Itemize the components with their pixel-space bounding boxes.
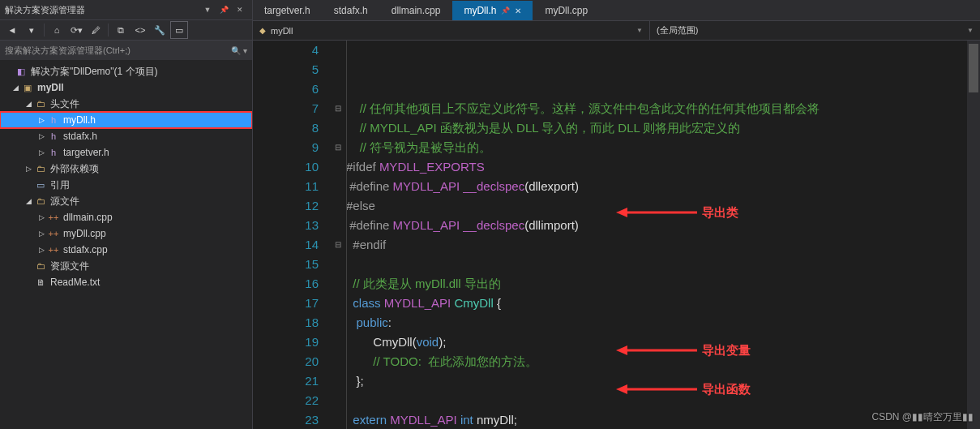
pin-icon[interactable]: 📌 [216,2,231,17]
cpp-file-icon: ++ [47,243,60,256]
solution-explorer: 解决方案资源管理器 ▼ 📌 ✕ ◄ ▾ ⌂ ⟳▾ 🖉 ⧉ <> 🔧 ▭ 搜索解决… [0,0,253,429]
h-file-icon: h [47,130,60,143]
folder-resources[interactable]: ▷🗀 资源文件 [0,258,252,274]
nav-bar: ◆ myDll ▼ (全局范围) ▼ [253,21,980,41]
showall-icon[interactable]: ⧉ [112,21,130,39]
project-icon: ▣ [21,81,34,94]
folder-icon: 🗀 [34,162,47,175]
h-file-icon: h [47,146,60,159]
wrench-icon[interactable]: 🔧 [151,21,169,39]
panel-title-bar: 解决方案资源管理器 ▼ 📌 ✕ [0,0,252,19]
h-file-icon: h [47,114,60,127]
cpp-file-icon: ++ [47,227,60,240]
fold-margin[interactable]: ⊟⊟⊟ [330,41,346,429]
file-mydll-h[interactable]: ▷h myDll.h [0,112,252,128]
dropdown-icon[interactable]: ▼ [200,2,215,17]
document-tabs: targetver.hstdafx.hdllmain.cppmyDll.h📌✕m… [253,0,980,21]
code-content[interactable]: // 任何其他项目上不应定义此符号。这样，源文件中包含此文件的任何其他项目都会将… [346,41,980,429]
search-placeholder: 搜索解决方案资源管理器(Ctrl+;) [5,45,131,57]
folder-icon: 🗀 [34,97,47,110]
tab-targetver-h[interactable]: targetver.h [253,1,322,20]
close-icon[interactable]: ✕ [515,6,521,15]
txt-file-icon: 🗎 [34,276,47,289]
folder-external[interactable]: ▷🗀 外部依赖项 [0,161,252,177]
file-stdafx-h[interactable]: ▷h stdafx.h [0,128,252,144]
tab-myDll-h[interactable]: myDll.h📌✕ [452,1,533,20]
watermark: CSDN @▮▮晴空万里▮▮ [871,410,974,424]
chevron-down-icon: ▼ [967,27,974,34]
search-icon: 🔍 ▾ [231,46,247,55]
chevron-down-icon: ▼ [636,27,643,34]
line-numbers: 4567891011121314151617181920212223 [253,41,330,429]
panel-title: 解决方案资源管理器 [5,4,85,16]
folder-icon: 🗀 [34,195,47,208]
solution-tree: ▶◧ 解决方案"DllDemo"(1 个项目) ◢▣ myDll ◢🗀 头文件 … [0,60,252,429]
refs-icon: ▭ [34,178,47,191]
file-targetver-h[interactable]: ▷h targetver.h [0,144,252,161]
tab-stdafx-h[interactable]: stdafx.h [323,1,379,20]
tab-dllmain-cpp[interactable]: dllmain.cpp [380,1,452,20]
project-node[interactable]: ◢▣ myDll [0,79,252,96]
folder-refs[interactable]: ▷▭ 引用 [0,177,252,193]
refresh-icon[interactable]: ⟳▾ [67,21,85,39]
tab-myDll-cpp[interactable]: myDll.cpp [533,1,599,20]
file-stdafx-cpp[interactable]: ▷++ stdafx.cpp [0,242,252,258]
solution-node[interactable]: ▶◧ 解决方案"DllDemo"(1 个项目) [0,63,252,79]
preview-icon[interactable]: ▭ [170,21,188,39]
cpp-file-icon: ++ [47,211,60,224]
forward-icon[interactable]: ▾ [23,21,41,39]
panel-toolbar: ◄ ▾ ⌂ ⟳▾ 🖉 ⧉ <> 🔧 ▭ [0,19,252,41]
folder-sources[interactable]: ◢🗀 源文件 [0,193,252,209]
nav-scope-left[interactable]: ◆ myDll ▼ [253,21,650,40]
folder-icon: 🗀 [34,260,47,272]
folder-headers[interactable]: ◢🗀 头文件 [0,96,252,112]
scrollbar[interactable] [967,41,980,429]
sync-icon[interactable]: 🖉 [87,21,105,39]
solution-icon: ◧ [15,65,28,78]
module-icon: ◆ [259,26,266,35]
pin-icon[interactable]: 📌 [501,6,510,15]
file-dllmain-cpp[interactable]: ▷++ dllmain.cpp [0,209,252,225]
file-mydll-cpp[interactable]: ▷++ myDll.cpp [0,225,252,242]
properties-icon[interactable]: <> [131,21,149,39]
nav-scope-right[interactable]: (全局范围) ▼ [650,21,980,40]
scroll-thumb[interactable] [969,44,978,92]
home-icon[interactable]: ⌂ [48,21,66,39]
close-icon[interactable]: ✕ [233,2,247,17]
file-readme[interactable]: ▷🗎 ReadMe.txt [0,274,252,290]
editor-area: targetver.hstdafx.hdllmain.cppmyDll.h📌✕m… [253,0,980,429]
back-icon[interactable]: ◄ [3,21,21,39]
code-editor[interactable]: 4567891011121314151617181920212223 ⊟⊟⊟ /… [253,41,980,429]
search-box[interactable]: 搜索解决方案资源管理器(Ctrl+;) 🔍 ▾ [0,41,252,60]
